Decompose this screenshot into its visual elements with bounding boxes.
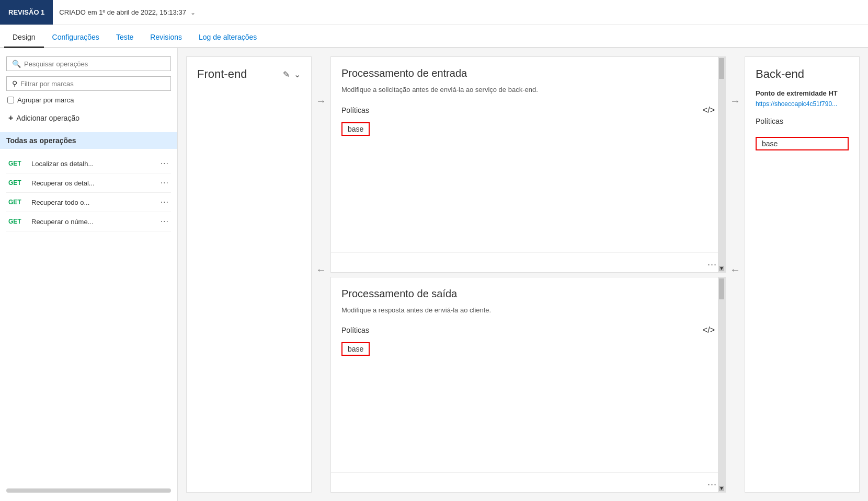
search-box[interactable]: 🔍	[6, 56, 171, 71]
backend-base-tag[interactable]: base	[756, 137, 849, 150]
operation-list: GET Localizar os detalh... ··· GET Recup…	[6, 154, 171, 231]
tab-log[interactable]: Log de alterações	[190, 28, 265, 48]
op-method-2: GET	[8, 199, 25, 206]
tab-design[interactable]: Design	[4, 28, 44, 48]
content-area: Front-end ✎ ⌄ → ← Processamento de entra…	[178, 48, 868, 501]
arrow-col-1: → ←	[312, 48, 330, 501]
frontend-title: Front-end	[197, 67, 247, 81]
processing-output-code-icon[interactable]: </>	[703, 325, 715, 335]
op-dots-3[interactable]: ···	[161, 217, 169, 226]
op-dots-1[interactable]: ···	[161, 178, 169, 188]
processing-input-desc: Modifique a solicitação antes de enviá-l…	[341, 85, 715, 95]
tab-teste[interactable]: Teste	[108, 28, 142, 48]
processing-input-dots[interactable]: ...	[707, 257, 717, 268]
backend-panel: Back-end Ponto de extremidade HT https:/…	[745, 56, 860, 493]
plus-icon: +	[8, 113, 13, 123]
processing-output-desc: Modifique a resposta antes de enviá-la a…	[341, 305, 715, 316]
processing-input-panel: Processamento de entrada Modifique a sol…	[330, 56, 726, 273]
processing-output-inner: Processamento de saída Modifique a respo…	[331, 277, 725, 473]
processing-input-scroll-thumb	[719, 58, 724, 79]
group-by-marca-row: Agrupar por marca	[6, 96, 171, 104]
sidebar-scrollbar[interactable]	[6, 488, 171, 493]
op-method-0: GET	[8, 160, 25, 167]
processing-output-policies-label: Políticas	[341, 326, 369, 334]
arrow-right-1: →	[316, 95, 326, 107]
op-method-1: GET	[8, 179, 25, 187]
processing-input-scrollbar[interactable]: ▼	[718, 57, 725, 272]
revision-chevron-icon[interactable]: ⌄	[190, 9, 196, 16]
tab-revisions[interactable]: Revisions	[142, 28, 190, 48]
processing-panels: Processamento de entrada Modifique a sol…	[330, 56, 726, 493]
frontend-chevron-icon[interactable]: ⌄	[294, 69, 301, 79]
op-dots-0[interactable]: ···	[161, 159, 169, 168]
operation-item-2[interactable]: GET Recuperar todo o... ···	[6, 193, 171, 212]
processing-output-policies-row: Políticas </>	[341, 325, 715, 335]
search-input[interactable]	[24, 60, 165, 68]
processing-output-footer: ...	[331, 472, 725, 492]
filter-box[interactable]: ⚲	[6, 76, 171, 91]
group-by-marca-checkbox[interactable]	[7, 97, 14, 103]
group-by-marca-label: Agrupar por marca	[17, 96, 74, 104]
revision-created-text: CRIADO em 1º de abril de 2022, 15:13:37	[59, 8, 186, 16]
backend-title: Back-end	[756, 67, 849, 81]
arrow-left-1: ←	[316, 264, 326, 276]
processing-output-base-tag[interactable]: base	[341, 342, 370, 356]
top-bar: REVISÃO 1 CRIADO em 1º de abril de 2022,…	[0, 0, 868, 25]
op-name-3: Recuperar o núme...	[31, 218, 154, 226]
main-layout: 🔍 ⚲ Agrupar por marca + Adicionar operaç…	[0, 48, 868, 501]
processing-input-footer: ...	[331, 252, 725, 272]
arrow-left-2: ←	[730, 264, 740, 276]
backend-policies-label: Políticas	[756, 117, 849, 125]
tab-bar: Design Configurações Teste Revisions Log…	[0, 25, 868, 48]
revision-info: CRIADO em 1º de abril de 2022, 15:13:37 …	[53, 8, 202, 16]
arrow-right-2: →	[730, 95, 740, 107]
op-name-2: Recuperar todo o...	[31, 199, 154, 206]
processing-output-scrollbar[interactable]: ▼	[718, 277, 725, 493]
frontend-edit-icon[interactable]: ✎	[283, 69, 290, 79]
backend-endpoint-label: Ponto de extremidade HT	[756, 89, 849, 97]
processing-input-policies-label: Políticas	[341, 106, 369, 114]
op-name-1: Recuperar os detal...	[31, 179, 154, 187]
operation-item-0[interactable]: GET Localizar os detalh... ···	[6, 154, 171, 173]
processing-output-title: Processamento de saída	[341, 288, 715, 300]
op-name-0: Localizar os detalh...	[31, 160, 154, 168]
arrow-col-2: → ←	[726, 48, 745, 501]
processing-output-dots[interactable]: ...	[707, 477, 717, 488]
frontend-panel: Front-end ✎ ⌄	[186, 56, 312, 493]
search-icon: 🔍	[12, 60, 21, 68]
processing-output-panel: Processamento de saída Modifique a respo…	[330, 277, 726, 493]
filter-icon: ⚲	[12, 79, 17, 88]
op-method-3: GET	[8, 218, 25, 225]
op-dots-2[interactable]: ···	[161, 197, 169, 207]
processing-output-scroll-thumb	[719, 278, 724, 299]
add-operation-button[interactable]: + Adicionar operação	[6, 109, 171, 127]
sidebar: 🔍 ⚲ Agrupar por marca + Adicionar operaç…	[0, 48, 178, 501]
operation-item-3[interactable]: GET Recuperar o núme... ···	[6, 212, 171, 231]
frontend-icons: ✎ ⌄	[283, 69, 301, 79]
processing-input-title: Processamento de entrada	[341, 67, 715, 79]
frontend-title-row: Front-end ✎ ⌄	[197, 67, 301, 81]
processing-input-code-icon[interactable]: </>	[703, 106, 715, 115]
processing-input-inner: Processamento de entrada Modifique a sol…	[331, 57, 725, 252]
processing-input-base-tag[interactable]: base	[341, 122, 370, 136]
tab-configuracoes[interactable]: Configurações	[44, 28, 108, 48]
backend-url[interactable]: https://shoecoapic4c51f790...	[756, 100, 849, 108]
revision-badge: REVISÃO 1	[0, 0, 53, 25]
all-operations-item[interactable]: Todas as operações	[0, 132, 177, 149]
processing-input-policies-row: Políticas </>	[341, 106, 715, 115]
add-operation-label: Adicionar operação	[16, 114, 79, 122]
filter-input[interactable]	[20, 80, 165, 88]
operation-item-1[interactable]: GET Recuperar os detal... ···	[6, 173, 171, 193]
